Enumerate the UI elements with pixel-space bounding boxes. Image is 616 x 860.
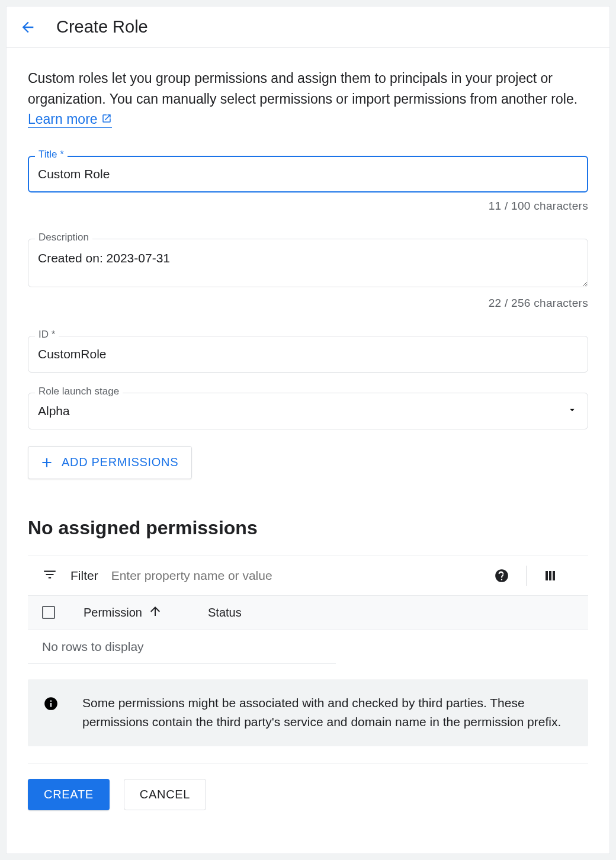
- footer-actions: CREATE CANCEL: [7, 763, 609, 826]
- add-permissions-button[interactable]: ADD PERMISSIONS: [28, 446, 192, 479]
- stage-label: Role launch stage: [35, 386, 123, 397]
- plus-icon: [39, 455, 54, 470]
- column-status-label: Status: [208, 606, 242, 619]
- title-label: Title *: [35, 149, 68, 161]
- info-icon: [43, 696, 59, 711]
- title-field: Title *: [28, 156, 588, 192]
- select-all-checkbox[interactable]: [42, 606, 55, 619]
- title-input[interactable]: [28, 156, 588, 192]
- create-button[interactable]: CREATE: [28, 779, 110, 810]
- filter-actions: [477, 566, 574, 586]
- cancel-button[interactable]: CANCEL: [124, 779, 206, 810]
- description-input[interactable]: [28, 239, 588, 287]
- id-label: ID *: [35, 329, 59, 341]
- add-permissions-label: ADD PERMISSIONS: [62, 455, 178, 469]
- external-link-icon: [101, 109, 112, 130]
- header: Create Role: [7, 7, 609, 48]
- learn-more-link[interactable]: Learn more: [28, 111, 112, 128]
- help-icon[interactable]: [477, 566, 526, 585]
- description-counter: 22 / 256 characters: [28, 297, 588, 310]
- id-input[interactable]: [28, 336, 588, 373]
- intro-text: Custom roles let you group permissions a…: [28, 68, 588, 130]
- id-field: ID *: [28, 336, 588, 373]
- column-permission[interactable]: Permission: [84, 604, 208, 621]
- filter-bar: Filter: [28, 556, 588, 595]
- filter-icon: [42, 567, 57, 585]
- filter-label: Filter: [70, 569, 98, 583]
- info-text: Some permissions might be associated wit…: [82, 694, 573, 732]
- title-counter: 11 / 100 characters: [28, 200, 588, 213]
- info-banner: Some permissions might be associated wit…: [28, 679, 588, 746]
- stage-select[interactable]: [28, 393, 588, 429]
- intro-body: Custom roles let you group permissions a…: [28, 70, 578, 107]
- columns-icon[interactable]: [527, 566, 574, 585]
- column-status[interactable]: Status: [208, 606, 297, 620]
- learn-more-label: Learn more: [28, 111, 98, 127]
- create-role-panel: Create Role Custom roles let you group p…: [6, 6, 610, 854]
- sort-ascending-icon: [148, 604, 162, 621]
- back-arrow-icon[interactable]: [20, 19, 36, 36]
- empty-state: No rows to display: [28, 630, 336, 664]
- column-permission-label: Permission: [84, 606, 142, 620]
- description-field: Description: [28, 239, 588, 290]
- page-title: Create Role: [56, 17, 148, 37]
- filter-input[interactable]: [111, 569, 464, 583]
- table-header-row: Permission Status: [28, 595, 588, 630]
- description-label: Description: [35, 232, 92, 243]
- stage-field: Role launch stage: [28, 393, 588, 429]
- permissions-heading: No assigned permissions: [28, 517, 588, 539]
